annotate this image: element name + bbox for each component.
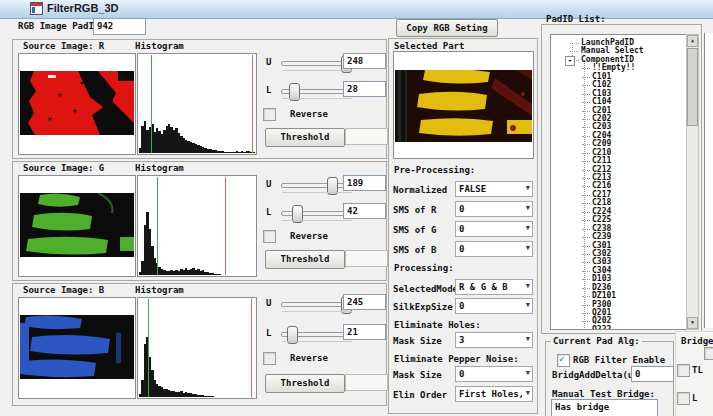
bridge-cut-checkbox[interactable] <box>704 347 713 360</box>
holes-mask-size-combo[interactable]: 3▼ <box>455 332 533 348</box>
threshold-result-box <box>345 374 388 391</box>
tree-item[interactable]: C302 <box>551 250 687 258</box>
scrollbar-thumb[interactable] <box>687 48 698 126</box>
slider-thumb[interactable] <box>287 326 298 344</box>
sms-of-r-combo[interactable]: 0▼ <box>455 201 533 217</box>
sms-of-b-combo[interactable]: 0▼ <box>455 241 533 257</box>
upper-threshold-field[interactable]: 245 <box>343 294 386 310</box>
lower-threshold-field[interactable]: 21 <box>343 324 386 340</box>
histogram-upper-line <box>225 177 226 275</box>
upper-threshold-field[interactable]: 248 <box>343 53 386 69</box>
tree-item[interactable]: C101 <box>551 73 687 81</box>
selected-mode-label: SelectedMode <box>393 284 458 294</box>
normalized-label: Normalized <box>393 185 447 195</box>
source-image-b-panel: Source Image: B Histogram U 245 L 21 Rev… <box>12 283 387 406</box>
slider-thumb[interactable] <box>327 177 338 195</box>
tree-item[interactable]: !!Empty!! <box>551 64 687 72</box>
tree-item[interactable]: C239 <box>551 233 687 241</box>
tree-item[interactable]: C224 <box>551 208 687 216</box>
lower-slider-label: L <box>266 85 271 95</box>
histogram-lower-line <box>151 55 152 153</box>
tree-item[interactable]: C213 <box>551 174 687 182</box>
histogram-upper-line <box>251 299 252 397</box>
source-image-g-panel: Source Image: G Histogram U 189 L 42 Rev… <box>12 161 387 281</box>
histogram-box-r <box>137 53 257 155</box>
tree-item[interactable]: C238 <box>551 225 687 233</box>
chevron-down-icon: ▼ <box>526 185 530 192</box>
source-image-r <box>18 53 136 155</box>
tree-item[interactable]: C201 <box>551 107 687 115</box>
histogram-bars <box>139 179 255 275</box>
tree-item[interactable]: C217 <box>551 191 687 199</box>
title-bar[interactable]: FilterRGB_3D <box>0 0 713 19</box>
bridge-l-checkbox[interactable] <box>677 392 690 405</box>
tree-item[interactable]: Q201 <box>551 309 687 317</box>
bridge-tl-checkbox[interactable] <box>677 364 690 377</box>
chevron-down-icon: ▼ <box>526 283 530 290</box>
tree-item[interactable]: C211 <box>551 157 687 165</box>
lower-slider-label: L <box>266 207 271 217</box>
silk-exp-size-combo[interactable]: 0▼ <box>455 298 533 314</box>
threshold-button[interactable]: Threshold <box>265 128 345 147</box>
bridge-add-delta-field[interactable]: 0 <box>631 366 674 382</box>
normalized-combo[interactable]: FALSE▼ <box>455 181 533 197</box>
tree-item[interactable]: C204 <box>551 132 687 140</box>
tree-item[interactable]: C225 <box>551 216 687 224</box>
upper-slider-label: U <box>266 57 271 67</box>
tree-item[interactable]: P300 <box>551 301 687 309</box>
chevron-down-icon: ▼ <box>526 336 530 343</box>
tree-item[interactable]: C304 <box>551 267 687 275</box>
tree-scrollbar[interactable]: ▲ ▼ <box>686 34 699 330</box>
reverse-checkbox[interactable] <box>263 352 276 365</box>
scroll-down-icon[interactable]: ▼ <box>687 317 698 329</box>
tree-item[interactable]: C212 <box>551 166 687 174</box>
manual-test-bridge-field[interactable]: Has bridge <box>551 399 658 416</box>
selected-part-image <box>393 51 534 159</box>
tree-item[interactable]: D236 <box>551 284 687 292</box>
threshold-result-box <box>345 250 388 267</box>
pad-id-value-field[interactable]: 942 <box>93 18 146 35</box>
rgb-filter-enable-checkbox[interactable]: ✓ <box>557 354 570 367</box>
filter-rgb-window: FilterRGB_3D RGB Image PadID: 942 Copy R… <box>0 0 713 416</box>
histogram-lower-line <box>148 299 149 397</box>
threshold-button[interactable]: Threshold <box>265 374 345 393</box>
elim-order-combo[interactable]: First Holes,▼ <box>455 386 533 402</box>
lower-threshold-field[interactable]: 28 <box>343 81 386 97</box>
holes-mask-size-label: Mask Size <box>393 336 442 346</box>
tree-item[interactable]: C303 <box>551 258 687 266</box>
tree-item[interactable]: D103 <box>551 275 687 283</box>
tree-item[interactable]: DZ101 <box>551 292 687 300</box>
pepper-mask-size-combo[interactable]: 0▼ <box>455 366 533 382</box>
panel-title: Source Image: G <box>23 163 104 173</box>
histogram-bars <box>139 57 255 153</box>
reverse-checkbox[interactable] <box>263 230 276 243</box>
tree-item[interactable]: Q202 <box>551 317 687 325</box>
tree-item[interactable]: C104 <box>551 98 687 106</box>
tree-item[interactable]: C209 <box>551 140 687 148</box>
reverse-checkbox[interactable] <box>263 108 276 121</box>
tree-item[interactable]: C218 <box>551 199 687 207</box>
chevron-down-icon: ▼ <box>526 245 530 252</box>
tree-item[interactable]: C216 <box>551 182 687 190</box>
lower-threshold-field[interactable]: 42 <box>343 203 386 219</box>
scroll-up-icon[interactable]: ▲ <box>687 35 698 47</box>
sms-of-g-combo[interactable]: 0▼ <box>455 221 533 237</box>
tree-item[interactable]: C103 <box>551 90 687 98</box>
tree-item[interactable]: C202 <box>551 115 687 123</box>
selected-part-panel: Selected Part Pre-Processing: Normalized… <box>388 38 538 414</box>
histogram-label: Histogram <box>135 285 184 295</box>
tree-item[interactable]: Q222 <box>551 326 687 330</box>
upper-threshold-field[interactable]: 189 <box>343 175 386 191</box>
tree-item[interactable]: C210 <box>551 149 687 157</box>
tree-item[interactable]: C301 <box>551 242 687 250</box>
tree-item[interactable]: C102 <box>551 81 687 89</box>
slider-thumb[interactable] <box>289 83 300 101</box>
processing-title: Processing: <box>394 263 454 273</box>
tree-item[interactable]: C203 <box>551 123 687 131</box>
copy-rgb-setting-button[interactable]: Copy RGB Seting <box>396 19 498 37</box>
slider-thumb[interactable] <box>292 205 303 223</box>
threshold-button[interactable]: Threshold <box>265 250 345 269</box>
source-image-g <box>18 175 136 277</box>
eliminate-pepper-title: Eliminate Pepper Noise: <box>394 354 519 364</box>
selected-mode-combo[interactable]: R & G & B▼ <box>455 279 533 295</box>
